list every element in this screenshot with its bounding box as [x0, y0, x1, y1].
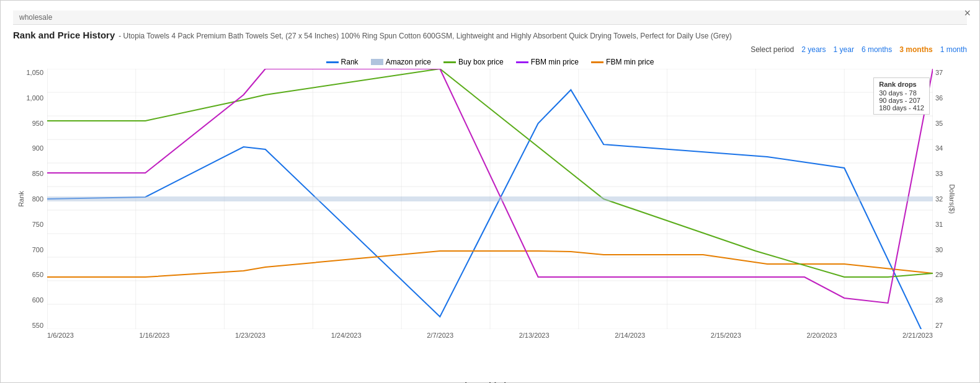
chart-area: Rank drops 30 days - 78 90 days - 207 18…: [13, 69, 967, 379]
legend-buybox-label: Buy box price: [458, 58, 504, 66]
y-left-10: 550: [32, 322, 43, 329]
legend-rank-color: [326, 61, 339, 63]
y-right-6: 31: [935, 221, 943, 228]
modal-subtitle: - Utopia Towels 4 Pack Premium Bath Towe…: [118, 32, 967, 40]
y-right-7: 30: [935, 246, 943, 253]
y-right-9: 28: [935, 296, 943, 304]
y-right-10: 27: [935, 322, 943, 329]
chart-svg: [47, 69, 933, 329]
y-left-1: 1,000: [26, 94, 43, 102]
period-6months[interactable]: 6 months: [862, 45, 892, 54]
legend-amazon-label: Amazon price: [386, 58, 431, 66]
y-right-0: 37: [935, 69, 943, 76]
x-label-8: 2/20/2023: [806, 332, 837, 339]
period-label: Select period: [751, 45, 794, 54]
rank-drops-180: 180 days - 412: [879, 104, 924, 112]
top-bar: wholesale: [13, 11, 967, 25]
legend-buybox: Buy box price: [443, 58, 504, 66]
y-left-8: 650: [32, 271, 43, 278]
y-axis-right-label: Dollars($): [948, 184, 956, 214]
legend: Rank Amazon price Buy box price FBM min …: [13, 58, 967, 66]
y-left-2: 950: [32, 120, 43, 127]
y-left-4: 850: [32, 170, 43, 177]
legend-amazon-color: [371, 59, 383, 65]
legend-rank-label: Rank: [341, 58, 359, 66]
legend-fbm-min-price-label: FBM min price: [606, 58, 654, 66]
y-right-4: 33: [935, 170, 943, 177]
y-right-1: 36: [935, 94, 943, 102]
modal-container: wholesale × Rank and Price History - Uto…: [0, 0, 980, 383]
top-bar-text: wholesale: [19, 13, 52, 22]
header-row: Rank and Price History - Utopia Towels 4…: [13, 30, 967, 40]
y-left-3: 900: [32, 144, 43, 152]
rank-drops-30: 30 days - 78: [879, 89, 924, 97]
legend-buybox-color: [443, 61, 456, 63]
x-label-3: 1/24/2023: [331, 332, 362, 339]
legend-amazon: Amazon price: [371, 58, 431, 66]
x-label-1: 1/16/2023: [139, 332, 169, 339]
period-2years[interactable]: 2 years: [801, 45, 826, 54]
y-left-5: 800: [32, 195, 43, 203]
period-selector: Select period 2 years 1 year 6 months 3 …: [13, 45, 967, 54]
x-label-7: 2/15/2023: [711, 332, 741, 339]
modal-title: Rank and Price History: [13, 30, 115, 40]
legend-rank: Rank: [326, 58, 359, 66]
legend-fbm-min-price: FBM min price: [591, 58, 654, 66]
rank-drops-box: Rank drops 30 days - 78 90 days - 207 18…: [873, 77, 930, 115]
rank-drops-90: 90 days - 207: [879, 97, 924, 104]
rank-drops-title: Rank drops: [879, 81, 924, 88]
y-axis-left-label: Rank: [17, 191, 25, 207]
y-right-5: 32: [935, 195, 943, 203]
y-left-7: 700: [32, 246, 43, 253]
period-1month[interactable]: 1 month: [940, 45, 967, 54]
y-right-3: 34: [935, 144, 943, 152]
y-right-8: 29: [935, 271, 943, 278]
x-label-9: 2/21/2023: [902, 332, 933, 339]
y-left-0: 1,050: [26, 69, 43, 76]
y-left-9: 600: [32, 296, 43, 304]
legend-fbm-min: FBM min price: [516, 58, 579, 66]
close-button[interactable]: ×: [964, 7, 971, 20]
x-label-0: 1/6/2023: [47, 332, 74, 339]
legend-fbm-min-label: FBM min price: [531, 58, 579, 66]
legend-fbm-min-price-color: [591, 61, 604, 63]
x-axis: 1/6/2023 1/16/2023 1/23/2023 1/24/2023 2…: [13, 330, 967, 339]
period-3months[interactable]: 3 months: [899, 45, 932, 54]
y-left-6: 750: [32, 221, 43, 228]
period-1year[interactable]: 1 year: [834, 45, 854, 54]
x-label-6: 2/14/2023: [615, 332, 645, 339]
legend-fbm-min-color: [516, 61, 528, 63]
x-label-2: 1/23/2023: [235, 332, 265, 339]
y-right-2: 35: [935, 120, 943, 127]
x-label-4: 2/7/2023: [427, 332, 453, 339]
x-label-5: 2/13/2023: [519, 332, 550, 339]
